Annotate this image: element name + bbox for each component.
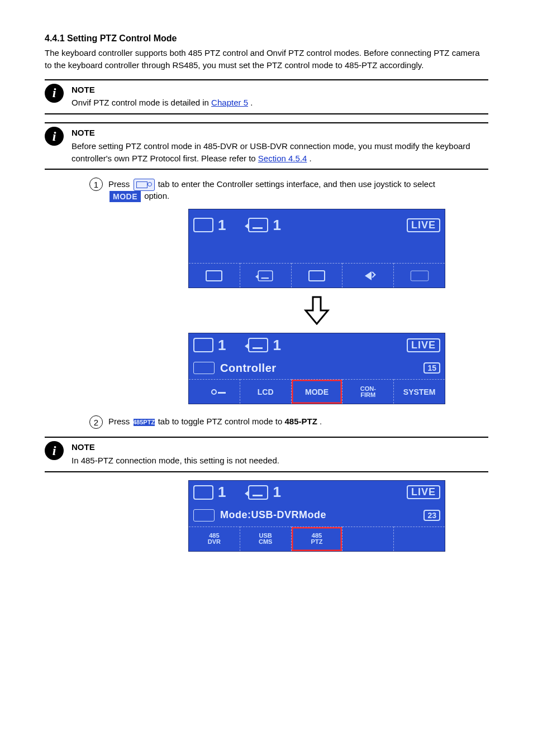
- lcd-panel-controller: 1 1 LIVE Controller 15 LCD MODE CON-FIRM…: [188, 333, 445, 404]
- controller-title: Controller: [220, 362, 277, 375]
- counter-badge: 23: [423, 510, 440, 521]
- controller-icon: [193, 362, 215, 374]
- tab-confirm[interactable]: CON-FIRM: [342, 379, 394, 404]
- controller-icon: [193, 509, 215, 521]
- step-text-b: tab to enter the Controller settings int…: [158, 179, 435, 189]
- tab-l2: PTZ: [311, 539, 323, 545]
- info-icon: i: [45, 127, 64, 146]
- note-text-tail: .: [310, 154, 312, 163]
- camera-number: 1: [273, 337, 280, 354]
- note-title: NOTE: [72, 84, 488, 96]
- counter-badge: 15: [423, 362, 440, 374]
- tab-camera[interactable]: [240, 263, 292, 288]
- tab-system[interactable]: SYSTEM: [394, 379, 445, 404]
- badge-l1: 485: [133, 419, 143, 425]
- note-text: In 485-PTZ connection mode, this setting…: [72, 456, 279, 465]
- tab-empty-1: [342, 527, 394, 551]
- tab-l2: DVR: [208, 539, 221, 545]
- note-block-2: i NOTE Before setting PTZ control mode i…: [45, 122, 488, 170]
- controller-icon: [410, 270, 428, 281]
- step-text-a: Press: [108, 417, 132, 426]
- icon-tab-strip: [189, 263, 445, 288]
- chapter-link[interactable]: Chapter 5: [211, 98, 248, 107]
- tab-audio[interactable]: [342, 263, 394, 288]
- section-title: 4.4.1 Setting PTZ Control Mode: [45, 34, 488, 44]
- tab-usb-cms[interactable]: USBCMS: [240, 527, 292, 551]
- mode-title: Mode:USB-DVRMode: [220, 509, 326, 521]
- live-badge: LIVE: [407, 485, 440, 499]
- mode-tab-strip: 485DVR USBCMS 485PTZ: [189, 527, 445, 551]
- step-number: 2: [89, 415, 103, 429]
- note-text-tail: .: [250, 98, 253, 107]
- monitor-icon: [206, 270, 222, 281]
- step-text-a: Press: [108, 179, 132, 189]
- live-badge: LIVE: [407, 338, 440, 352]
- controller-icon: [134, 179, 155, 191]
- tab-monitor[interactable]: [189, 263, 240, 288]
- key-icon: [211, 389, 217, 395]
- lcd-panel-top: 1 1 LIVE: [188, 209, 445, 288]
- monitor-number: 1: [218, 484, 226, 501]
- step-text-b: tab to toggle PTZ control mode to: [158, 417, 285, 426]
- badge-l2: PTZ: [143, 419, 155, 425]
- step-text-c: option.: [144, 191, 169, 200]
- camera-icon: [248, 218, 268, 232]
- tab-recorder[interactable]: [292, 263, 343, 288]
- section-link[interactable]: Section 4.5.4: [258, 154, 307, 163]
- tab-485-dvr[interactable]: 485DVR: [189, 527, 240, 551]
- monitor-icon: [193, 338, 213, 352]
- mode-badge: MODE: [110, 191, 141, 202]
- tab-controller[interactable]: [394, 263, 445, 288]
- tab-l2: CMS: [259, 539, 272, 545]
- note-block-1: i NOTE Onvif PTZ control mode is detaile…: [45, 79, 488, 115]
- recorder-icon: [308, 270, 325, 281]
- tab-485-ptz[interactable]: 485PTZ: [292, 527, 343, 551]
- intro-paragraph: The keyboard controller supports both 48…: [45, 47, 488, 71]
- note-title: NOTE: [72, 441, 488, 453]
- step-1: 1 Press tab to enter the Controller sett…: [89, 178, 488, 202]
- monitor-number: 1: [218, 217, 226, 234]
- camera-icon: [248, 338, 268, 352]
- note-block-3: i NOTE In 485-PTZ connection mode, this …: [45, 437, 488, 472]
- tab-mode[interactable]: MODE: [292, 379, 343, 404]
- camera-icon: [248, 485, 268, 500]
- tab-lcd[interactable]: LCD: [240, 379, 292, 404]
- controller-tab-strip: LCD MODE CON-FIRM SYSTEM: [189, 379, 445, 404]
- confirm-l2: FIRM: [360, 392, 376, 398]
- camera-number: 1: [273, 217, 280, 234]
- camera-icon: [258, 270, 273, 281]
- down-arrow-icon: [303, 296, 330, 325]
- step-text-c: .: [320, 417, 322, 426]
- tab-key[interactable]: [189, 379, 240, 404]
- camera-number: 1: [273, 484, 280, 501]
- note-text: Onvif PTZ control mode is detailed in: [72, 98, 211, 107]
- ptz-485-badge: 485 PTZ: [134, 419, 155, 426]
- step-bold: 485-PTZ: [284, 417, 317, 426]
- tab-empty-2: [394, 527, 445, 551]
- monitor-icon: [193, 485, 213, 500]
- monitor-number: 1: [218, 337, 226, 354]
- monitor-icon: [193, 218, 213, 232]
- info-icon: i: [45, 441, 64, 460]
- step-2: 2 Press 485 PTZ tab to toggle PTZ contro…: [89, 415, 488, 429]
- live-badge: LIVE: [407, 218, 440, 232]
- step-number: 1: [89, 178, 103, 191]
- note-title: NOTE: [72, 127, 488, 139]
- info-icon: i: [45, 84, 64, 103]
- speaker-icon: [365, 271, 372, 280]
- lcd-panel-mode: 1 1 LIVE Mode:USB-DVRMode 23 485DVR USBC…: [188, 480, 445, 552]
